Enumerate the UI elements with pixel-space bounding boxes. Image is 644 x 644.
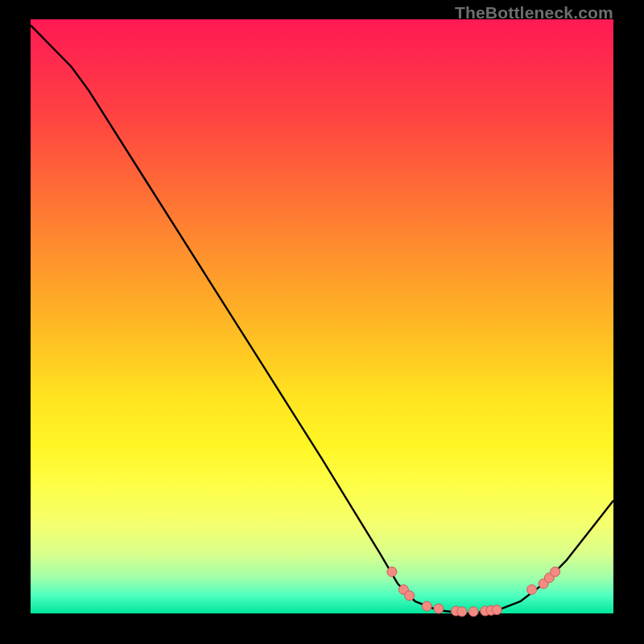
curve-path bbox=[31, 25, 613, 613]
bottleneck-curve bbox=[31, 25, 613, 613]
chart-frame: TheBottleneck.com bbox=[0, 0, 644, 644]
data-point bbox=[457, 607, 467, 617]
data-point bbox=[405, 591, 415, 601]
data-point bbox=[422, 601, 431, 611]
data-point bbox=[527, 585, 537, 595]
data-point bbox=[434, 604, 444, 613]
data-point bbox=[492, 605, 502, 615]
data-markers bbox=[387, 567, 560, 617]
data-point bbox=[469, 607, 478, 617]
data-point bbox=[551, 567, 560, 576]
data-point bbox=[387, 567, 397, 576]
chart-overlay bbox=[0, 0, 644, 644]
